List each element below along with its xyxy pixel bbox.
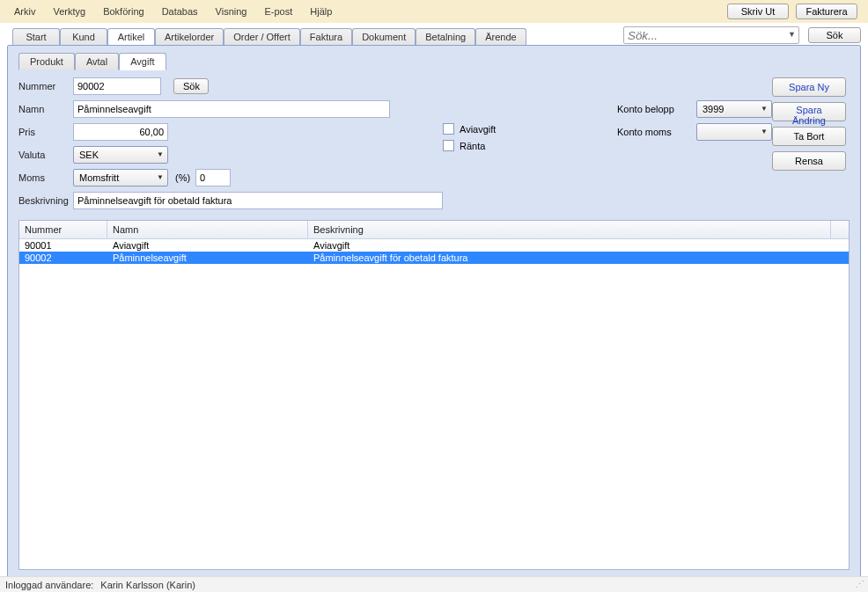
global-search-button[interactable]: Sök bbox=[808, 27, 861, 43]
subtab-produkt[interactable]: Produkt bbox=[18, 53, 75, 70]
main-frame: Produkt Avtal Avgift Nummer Sök Namn Pri… bbox=[7, 45, 861, 581]
menu-bar: Arkiv Verktyg Bokföring Databas Visning … bbox=[0, 0, 868, 23]
spara-andring-button[interactable]: Spara Ändring bbox=[772, 102, 846, 121]
tab-order-offert[interactable]: Order / Offert bbox=[224, 28, 300, 45]
konto-belopp-value: 3999 bbox=[702, 104, 724, 114]
status-bar: Inloggad användare: Karin Karlsson (Kari… bbox=[0, 576, 868, 592]
tab-kund[interactable]: Kund bbox=[60, 28, 107, 45]
konto-moms-select[interactable]: ▼ bbox=[696, 123, 772, 141]
menu-databas[interactable]: Databas bbox=[153, 3, 207, 20]
resize-grip-icon[interactable]: ⋰ bbox=[855, 579, 863, 590]
menu-hjalp[interactable]: Hjälp bbox=[301, 3, 341, 20]
label-ranta: Ränta bbox=[460, 141, 485, 151]
moms-percent-input[interactable] bbox=[195, 169, 231, 186]
chevron-down-icon: ▼ bbox=[761, 105, 768, 113]
konto-belopp-select[interactable]: 3999 ▼ bbox=[696, 100, 772, 118]
tab-artikel[interactable]: Artikel bbox=[107, 28, 155, 45]
chevron-down-icon: ▼ bbox=[157, 150, 164, 158]
chevron-down-icon[interactable]: ▼ bbox=[788, 30, 796, 39]
chevron-down-icon: ▼ bbox=[157, 173, 164, 181]
menu-arkiv[interactable]: Arkiv bbox=[5, 3, 44, 20]
moms-select[interactable]: Momsfritt ▼ bbox=[73, 169, 168, 186]
menu-bokforing[interactable]: Bokföring bbox=[94, 3, 152, 20]
avgift-grid: Nummer Namn Beskrivning 90001AviavgiftAv… bbox=[18, 220, 850, 570]
label-beskrivning: Beskrivning bbox=[18, 195, 73, 206]
label-nummer: Nummer bbox=[18, 81, 73, 91]
subtab-avtal[interactable]: Avtal bbox=[75, 53, 119, 70]
tab-artikelorder[interactable]: Artikelorder bbox=[155, 28, 224, 45]
beskrivning-input[interactable] bbox=[73, 192, 443, 209]
grid-scroll-spacer bbox=[831, 221, 849, 238]
col-namn[interactable]: Namn bbox=[107, 221, 308, 238]
table-row[interactable]: 90001AviavgiftAviavgift bbox=[19, 239, 849, 252]
label-konto-belopp: Konto belopp bbox=[617, 104, 696, 114]
tab-betalning[interactable]: Betalning bbox=[416, 28, 475, 45]
subtab-avgift[interactable]: Avgift bbox=[119, 53, 166, 70]
table-row[interactable]: 90002PåminnelseavgiftPåminnelseavgift fö… bbox=[19, 252, 849, 264]
rensa-button[interactable]: Rensa bbox=[772, 151, 846, 171]
label-aviavgift: Aviavgift bbox=[460, 124, 496, 135]
status-prefix: Inloggad användare: bbox=[5, 580, 93, 590]
ta-bort-button[interactable]: Ta Bort bbox=[772, 127, 846, 146]
aviavgift-checkbox[interactable] bbox=[443, 123, 454, 135]
label-percent: (%) bbox=[175, 172, 190, 183]
invoice-button[interactable]: Fakturera bbox=[796, 4, 857, 19]
col-nummer[interactable]: Nummer bbox=[19, 221, 107, 238]
label-pris: Pris bbox=[18, 127, 73, 137]
global-search-input[interactable] bbox=[623, 26, 799, 44]
namn-input[interactable] bbox=[73, 100, 390, 118]
label-namn: Namn bbox=[18, 104, 73, 114]
label-moms: Moms bbox=[18, 172, 73, 183]
status-user: Karin Karlsson (Karin) bbox=[100, 580, 195, 590]
col-beskrivning[interactable]: Beskrivning bbox=[308, 221, 831, 238]
menu-visning[interactable]: Visning bbox=[207, 3, 256, 20]
tab-start[interactable]: Start bbox=[12, 28, 60, 45]
ranta-checkbox[interactable] bbox=[443, 140, 454, 151]
valuta-value: SEK bbox=[79, 150, 99, 160]
tab-dokument[interactable]: Dokument bbox=[352, 28, 416, 45]
valuta-select[interactable]: SEK ▼ bbox=[73, 146, 168, 164]
pris-input[interactable] bbox=[73, 123, 168, 141]
global-search-wrap: ▼ bbox=[623, 26, 799, 44]
spara-ny-button[interactable]: Spara Ny bbox=[772, 77, 846, 97]
grid-body[interactable]: 90001AviavgiftAviavgift90002Påminnelseav… bbox=[19, 239, 849, 569]
nummer-input[interactable] bbox=[73, 77, 161, 95]
tab-arende[interactable]: Ärende bbox=[475, 28, 526, 45]
chevron-down-icon: ▼ bbox=[761, 128, 768, 135]
menu-epost[interactable]: E-post bbox=[256, 3, 302, 20]
label-valuta: Valuta bbox=[18, 150, 73, 160]
menu-verktyg[interactable]: Verktyg bbox=[44, 3, 94, 20]
moms-value: Momsfritt bbox=[79, 172, 119, 183]
label-konto-moms: Konto moms bbox=[617, 127, 696, 137]
sok-button[interactable]: Sök bbox=[173, 78, 209, 94]
tab-faktura[interactable]: Faktura bbox=[300, 28, 352, 45]
grid-header: Nummer Namn Beskrivning bbox=[19, 221, 849, 239]
print-button[interactable]: Skriv Ut bbox=[727, 4, 789, 19]
